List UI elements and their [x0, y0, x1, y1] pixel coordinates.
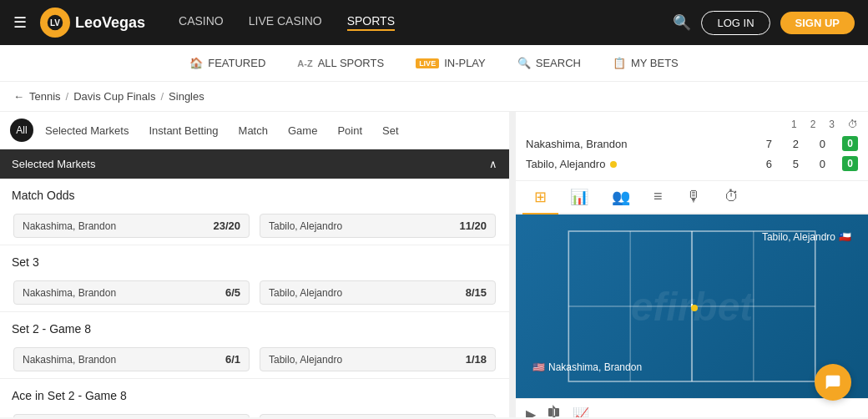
viz-tab-grid[interactable]: ⊞: [522, 181, 558, 215]
p2-set1: 6: [762, 158, 775, 170]
tab-game[interactable]: Game: [280, 121, 326, 140]
search-nav[interactable]: 🔍 SEARCH: [514, 57, 584, 69]
set3-label: 3: [829, 119, 835, 130]
breadcrumb-tournament[interactable]: Davis Cup Finals: [73, 90, 155, 103]
p1-set3: 0: [815, 138, 829, 150]
player1-scores: 7 2 0 0: [762, 136, 858, 151]
match-odds-home[interactable]: Nakashima, Brandon 23/20: [13, 214, 250, 238]
player-bottom-flag: 🇺🇸: [532, 361, 545, 373]
p2-current: 0: [842, 156, 858, 171]
signup-button[interactable]: SIGN UP: [780, 12, 855, 34]
set3-away[interactable]: Tabilo, Alejandro 8/15: [260, 280, 496, 305]
viz-tab-clock[interactable]: ⏱: [713, 181, 751, 215]
live-badge: LIVE: [416, 58, 439, 68]
all-sports-label: ALL SPORTS: [318, 57, 384, 69]
scoreboard: 1 2 3 ⏱ Nakashima, Brandon 7 2 0 0 Tabil…: [516, 112, 868, 181]
featured-label: FEATURED: [208, 57, 265, 69]
featured-nav[interactable]: 🏠 FEATURED: [186, 57, 269, 69]
viz-tab-mic[interactable]: 🎙: [674, 181, 713, 215]
collapse-icon[interactable]: ∧: [489, 158, 497, 170]
nav-live-casino[interactable]: LIVE CASINO: [249, 14, 322, 31]
player-top-label: Tabilo, Alejandro 🇨🇱: [762, 231, 851, 243]
breadcrumb: ← Tennis / Davis Cup Finals / Singles: [0, 82, 868, 112]
tab-match[interactable]: Match: [230, 121, 276, 140]
breadcrumb-section: Singles: [169, 90, 204, 103]
player-bottom-name: Nakashima, Brandon: [548, 361, 642, 373]
match-odds-away[interactable]: Tabilo, Alejandro 11/20: [260, 214, 496, 238]
top-header: ☰ LV LeoVegas CASINO LIVE CASINO SPORTS …: [0, 0, 868, 45]
search-nav-icon: 🔍: [517, 57, 531, 69]
set2game8-away-name: Tabilo, Alejandro: [269, 354, 342, 366]
breadcrumb-tennis[interactable]: Tennis: [29, 90, 61, 103]
match-odds-home-val: 23/20: [213, 220, 240, 232]
breadcrumb-sep1: /: [66, 90, 69, 103]
nav-casino[interactable]: CASINO: [179, 14, 224, 31]
timer-icon: ⏱: [848, 119, 858, 130]
market-set3-title: Set 3: [0, 245, 509, 274]
logo-icon: LV: [40, 8, 70, 38]
ace-row: Yes 3/5 No Evens: [0, 407, 509, 417]
ace-yes[interactable]: Yes 3/5: [13, 414, 250, 417]
p1-set1: 7: [762, 138, 775, 150]
selected-markets-title: Selected Markets: [12, 158, 95, 170]
selected-markets-header: Selected Markets ∧: [0, 149, 509, 179]
player1-score-row: Nakashima, Brandon 7 2 0 0: [526, 134, 858, 154]
match-odds-row: Nakashima, Brandon 23/20 Tabilo, Alejand…: [0, 207, 509, 245]
svg-rect-8: [548, 408, 553, 416]
viz-tab-bar[interactable]: 📊: [558, 181, 600, 215]
header-right: 🔍 LOG IN SIGN UP: [673, 11, 855, 35]
tab-point[interactable]: Point: [329, 121, 371, 140]
search-icon[interactable]: 🔍: [673, 13, 691, 32]
match-odds-home-name: Nakashima, Brandon: [23, 220, 116, 232]
svg-text:LV: LV: [50, 18, 60, 28]
set1-label: 1: [791, 119, 797, 130]
hamburger-icon[interactable]: ☰: [13, 13, 27, 32]
set3-home-val: 6/5: [225, 286, 240, 299]
set2game8-home[interactable]: Nakashima, Brandon 6/1: [13, 347, 250, 371]
logo: LV LeoVegas: [40, 8, 145, 38]
ace-no[interactable]: No Evens: [260, 414, 496, 417]
set3-away-name: Tabilo, Alejandro: [269, 287, 342, 299]
market-set2-game8: Set 2 - Game 8 Nakashima, Brandon 6/1 Ta…: [0, 312, 509, 379]
my-bets-nav[interactable]: 📋 MY BETS: [609, 57, 682, 69]
set2-game8-row: Nakashima, Brandon 6/1 Tabilo, Alejandro…: [0, 341, 509, 378]
market-match-odds-title: Match Odds: [0, 179, 509, 207]
play-button[interactable]: ▶: [526, 406, 536, 418]
chat-bubble[interactable]: [815, 364, 851, 401]
replay-button[interactable]: [546, 404, 563, 417]
player2-score-row: Tabilo, Alejandro 6 5 0 0: [526, 154, 858, 174]
tab-instant-betting[interactable]: Instant Betting: [140, 121, 226, 140]
replay-icon: [546, 404, 563, 417]
search-label: SEARCH: [536, 57, 581, 69]
set3-away-val: 8/15: [466, 286, 487, 299]
match-odds-away-val: 11/20: [459, 220, 487, 232]
p1-set2: 2: [789, 138, 802, 150]
set3-home[interactable]: Nakashima, Brandon 6/5: [13, 280, 250, 305]
breadcrumb-back[interactable]: ←: [13, 90, 24, 103]
p2-set3: 0: [815, 158, 829, 170]
stats-button[interactable]: 📈: [573, 406, 589, 418]
in-play-nav[interactable]: LIVE IN-PLAY: [412, 57, 489, 69]
player2-name: Tabilo, Alejandro: [526, 158, 762, 170]
nav-sports[interactable]: SPORTS: [347, 14, 395, 31]
viz-tab-people[interactable]: 👥: [600, 181, 642, 215]
my-bets-icon: 📋: [613, 57, 626, 69]
tab-set[interactable]: Set: [374, 121, 407, 140]
tab-all[interactable]: All: [10, 119, 33, 142]
serve-dot: [610, 161, 617, 168]
all-sports-nav[interactable]: A-Z ALL SPORTS: [294, 57, 387, 69]
filter-tabs: All Selected Markets Instant Betting Mat…: [0, 112, 509, 149]
az-icon: A-Z: [297, 58, 312, 68]
set3-row: Nakashima, Brandon 6/5 Tabilo, Alejandro…: [0, 274, 509, 311]
home-icon: 🏠: [189, 57, 203, 69]
court-controls: ▶ 📈: [516, 398, 868, 417]
set2game8-home-val: 6/1: [225, 353, 240, 366]
p2-set2: 5: [789, 158, 802, 170]
left-panel: All Selected Markets Instant Betting Mat…: [0, 112, 509, 417]
set2game8-away[interactable]: Tabilo, Alejandro 1/18: [260, 347, 496, 371]
player-bottom-label: 🇺🇸 Nakashima, Brandon: [532, 361, 642, 373]
viz-tab-table[interactable]: ≡: [642, 181, 674, 215]
login-button[interactable]: LOG IN: [701, 11, 770, 35]
market-match-odds: Match Odds Nakashima, Brandon 23/20 Tabi…: [0, 179, 509, 245]
tab-selected-markets[interactable]: Selected Markets: [37, 121, 137, 140]
